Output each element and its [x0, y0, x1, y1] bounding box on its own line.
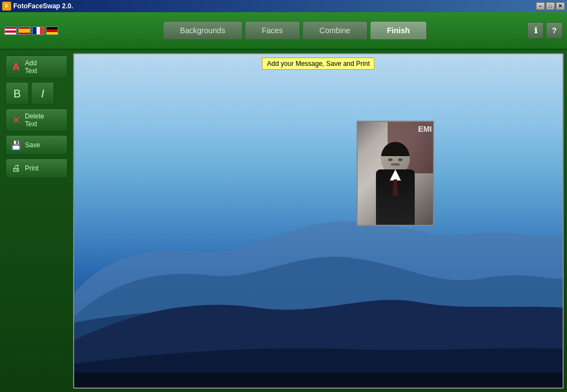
scene: Add your Message, Save and Print [74, 54, 563, 388]
photo-image: EMI [358, 122, 433, 225]
person-hair [381, 142, 410, 156]
titlebar-controls: − □ ✕ [536, 2, 565, 10]
person-collar [390, 169, 401, 180]
flag-es[interactable] [18, 27, 30, 35]
print-icon: 🖨 [11, 163, 22, 173]
banner-text: EMI [418, 125, 432, 133]
app-icon: F [2, 2, 11, 11]
right-icons: ℹ ? [527, 22, 563, 39]
add-text-button[interactable]: A AddText [6, 55, 68, 79]
save-label: Save [25, 141, 40, 149]
tabs: Backgrounds Faces Combine Finish [67, 21, 523, 40]
delete-text-button[interactable]: ✕ DeleteText [6, 109, 68, 132]
font-style-button[interactable]: B [6, 82, 29, 105]
content-area: A AddText B I ✕ DeleteText 💾 Save 🖨 Pr [0, 50, 567, 392]
person-body [376, 169, 415, 225]
print-label: Print [25, 164, 39, 172]
titlebar: F FotoFaceSwap 2.0. − □ ✕ [0, 0, 567, 12]
titlebar-left: F FotoFaceSwap 2.0. [2, 2, 73, 11]
flag-fr[interactable] [32, 27, 44, 35]
canvas-area: Add your Message, Save and Print [73, 53, 564, 389]
maximize-button[interactable]: □ [546, 2, 555, 10]
flag-us[interactable] [4, 27, 17, 35]
topbar: Backgrounds Faces Combine Finish ℹ ? [0, 12, 567, 50]
save-button[interactable]: 💾 Save [6, 135, 68, 155]
minimize-button[interactable]: − [536, 2, 545, 10]
flag-de[interactable] [46, 27, 58, 35]
person-figure [373, 136, 417, 225]
delete-text-icon: ✕ [11, 114, 22, 126]
left-panel: A AddText B I ✕ DeleteText 💾 Save 🖨 Pr [3, 53, 70, 389]
main-window: Backgrounds Faces Combine Finish ℹ ? A A… [0, 12, 567, 392]
save-icon: 💾 [11, 140, 22, 151]
delete-text-label: DeleteText [25, 112, 44, 128]
tab-faces[interactable]: Faces [245, 21, 300, 40]
tooltip: Add your Message, Save and Print [262, 58, 374, 70]
icon-pair: B I [6, 82, 68, 105]
help-button[interactable]: ? [546, 22, 563, 39]
photo-overlay[interactable]: EMI [357, 121, 434, 226]
font-italic-button[interactable]: I [31, 82, 54, 105]
add-text-icon: A [11, 61, 22, 73]
svg-rect-0 [74, 373, 563, 388]
info-button[interactable]: ℹ [527, 22, 544, 39]
mountain-background [74, 104, 563, 388]
tab-combine[interactable]: Combine [302, 21, 368, 40]
tab-finish[interactable]: Finish [370, 21, 427, 40]
close-button[interactable]: ✕ [556, 2, 565, 10]
flags-group [4, 27, 58, 35]
add-text-label: AddText [25, 59, 37, 75]
tab-backgrounds[interactable]: Backgrounds [163, 21, 243, 40]
print-button[interactable]: 🖨 Print [6, 158, 68, 178]
app-title: FotoFaceSwap 2.0. [13, 2, 73, 10]
person-tie [393, 179, 398, 196]
